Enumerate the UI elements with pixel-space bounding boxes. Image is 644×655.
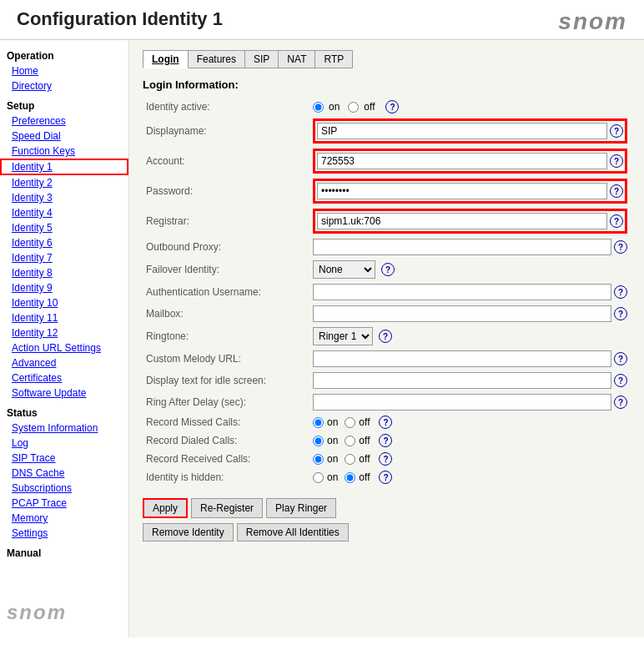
tab-nat[interactable]: NAT: [279, 50, 315, 68]
ringtone-select[interactable]: Ringer 1 Ringer 2 Ringer 3: [313, 327, 373, 345]
sidebar-item-identity-5[interactable]: Identity 5: [0, 220, 128, 235]
sidebar-item-speed-dial[interactable]: Speed Dial: [0, 128, 128, 144]
main-layout: Operation Home Directory Setup Preferenc…: [0, 40, 644, 637]
sidebar-item-log[interactable]: Log: [0, 436, 128, 451]
sidebar-item-dns-cache[interactable]: DNS Cache: [0, 466, 128, 481]
sidebar-item-function-keys[interactable]: Function Keys: [0, 144, 128, 159]
sidebar-item-advanced[interactable]: Advanced: [0, 355, 128, 370]
sidebar-item-memory[interactable]: Memory: [0, 511, 128, 526]
sidebar-item-identity-2[interactable]: Identity 2: [0, 175, 128, 190]
remove-all-button[interactable]: Remove All Identities: [237, 523, 349, 542]
registrar-help-icon[interactable]: ?: [610, 214, 623, 228]
identity-active-on-radio[interactable]: [313, 102, 324, 113]
failover-identity-select[interactable]: None Identity 2 Identity 3: [313, 260, 375, 279]
section-title: Login Information:: [143, 78, 631, 91]
display-text-input[interactable]: [313, 372, 611, 389]
account-help-icon[interactable]: ?: [610, 154, 623, 168]
identity-active-radios: on off ?: [313, 100, 627, 113]
auth-username-input[interactable]: [313, 284, 611, 300]
record-received-off-radio[interactable]: [345, 454, 355, 465]
display-text-row: Display text for idle screen: ?: [143, 370, 631, 391]
record-dialed-row: Record Dialed Calls: on off ?: [143, 431, 631, 450]
sidebar-item-subscriptions[interactable]: Subscriptions: [0, 481, 128, 496]
play-ringer-button[interactable]: Play Ringer: [266, 498, 336, 518]
record-missed-off-radio[interactable]: [345, 417, 355, 428]
sidebar-section-setup: Setup: [0, 97, 128, 113]
sidebar-item-system-info[interactable]: System Information: [0, 421, 128, 436]
identity-hidden-on-radio[interactable]: [313, 472, 324, 483]
record-dialed-off-radio[interactable]: [345, 436, 355, 446]
auth-username-label: Authentication Username:: [143, 281, 309, 303]
sidebar-item-identity-9[interactable]: Identity 9: [0, 280, 128, 295]
sidebar-item-identity-12[interactable]: Identity 12: [0, 325, 128, 340]
identity-hidden-radios: on off ?: [313, 471, 627, 484]
record-missed-on-radio[interactable]: [313, 417, 324, 428]
identity-hidden-off-radio[interactable]: [345, 472, 355, 483]
outbound-proxy-input[interactable]: [313, 239, 611, 255]
sidebar-item-settings[interactable]: Settings: [0, 526, 128, 541]
sidebar-item-identity-8[interactable]: Identity 8: [0, 265, 128, 280]
sidebar-section-status: Status: [0, 404, 128, 421]
sidebar: Operation Home Directory Setup Preferenc…: [0, 40, 129, 637]
sidebar-item-identity-11[interactable]: Identity 11: [0, 310, 128, 325]
sidebar-item-identity-1[interactable]: Identity 1: [0, 159, 128, 175]
auth-username-row: Authentication Username: ?: [143, 281, 631, 303]
record-received-on-radio[interactable]: [313, 454, 324, 465]
record-received-help-icon[interactable]: ?: [379, 452, 392, 466]
display-text-help-icon[interactable]: ?: [614, 374, 627, 387]
apply-button[interactable]: Apply: [143, 498, 188, 518]
sidebar-item-pcap-trace[interactable]: PCAP Trace: [0, 496, 128, 511]
mailbox-row: Mailbox: ?: [143, 303, 631, 325]
re-register-button[interactable]: Re-Register: [191, 498, 263, 518]
identity-active-off-radio[interactable]: [348, 102, 359, 113]
tab-features[interactable]: Features: [189, 50, 245, 68]
ringtone-row: Ringtone: Ringer 1 Ringer 2 Ringer 3 ?: [143, 325, 631, 348]
mailbox-help-icon[interactable]: ?: [614, 307, 627, 320]
identity-active-off-label: off: [364, 101, 375, 113]
custom-melody-input[interactable]: [313, 350, 611, 367]
custom-melody-help-icon[interactable]: ?: [614, 352, 627, 365]
sidebar-item-action-url[interactable]: Action URL Settings: [0, 340, 128, 355]
identity-hidden-help-icon[interactable]: ?: [379, 471, 392, 484]
sidebar-item-sip-trace[interactable]: SIP Trace: [0, 451, 128, 466]
failover-identity-help-icon[interactable]: ?: [381, 263, 395, 276]
registrar-input[interactable]: [317, 213, 607, 229]
outbound-proxy-help-icon[interactable]: ?: [614, 240, 627, 254]
tab-rtp[interactable]: RTP: [315, 50, 353, 68]
password-input[interactable]: [317, 183, 607, 199]
identity-active-help-icon[interactable]: ?: [385, 100, 399, 113]
sidebar-item-identity-7[interactable]: Identity 7: [0, 250, 128, 265]
tab-sip[interactable]: SIP: [245, 50, 279, 68]
password-label: Password:: [143, 176, 309, 206]
ringtone-help-icon[interactable]: ?: [379, 330, 392, 343]
sidebar-item-identity-10[interactable]: Identity 10: [0, 295, 128, 310]
displayname-input[interactable]: [317, 123, 607, 139]
page-header: Configuration Identity 1 snom: [0, 0, 644, 40]
record-missed-off-label: off: [359, 416, 370, 428]
record-missed-help-icon[interactable]: ?: [379, 416, 392, 429]
sidebar-section-manual: Manual: [0, 544, 128, 561]
sidebar-item-identity-3[interactable]: Identity 3: [0, 190, 128, 205]
ring-after-delay-help-icon[interactable]: ?: [614, 396, 627, 409]
identity-hidden-on-label: on: [327, 471, 338, 483]
sidebar-item-directory[interactable]: Directory: [0, 78, 128, 93]
failover-identity-row: Failover Identity: None Identity 2 Ident…: [143, 258, 631, 281]
displayname-help-icon[interactable]: ?: [610, 124, 623, 138]
mailbox-input[interactable]: [313, 305, 611, 322]
sidebar-item-identity-6[interactable]: Identity 6: [0, 235, 128, 250]
sidebar-item-home[interactable]: Home: [0, 63, 128, 78]
identity-active-label: Identity active:: [143, 98, 309, 116]
record-dialed-help-icon[interactable]: ?: [379, 434, 392, 447]
sidebar-item-identity-4[interactable]: Identity 4: [0, 205, 128, 220]
ring-after-delay-input[interactable]: [313, 394, 611, 411]
sidebar-item-certificates[interactable]: Certificates: [0, 370, 128, 385]
record-dialed-on-radio[interactable]: [313, 436, 324, 446]
password-help-icon[interactable]: ?: [610, 184, 623, 198]
remove-identity-button[interactable]: Remove Identity: [143, 523, 234, 542]
auth-username-help-icon[interactable]: ?: [614, 285, 627, 299]
account-input[interactable]: [317, 153, 607, 169]
record-received-label: Record Received Calls:: [143, 450, 309, 468]
sidebar-item-software-update[interactable]: Software Update: [0, 385, 128, 401]
sidebar-item-preferences[interactable]: Preferences: [0, 113, 128, 128]
tab-login[interactable]: Login: [143, 50, 189, 68]
